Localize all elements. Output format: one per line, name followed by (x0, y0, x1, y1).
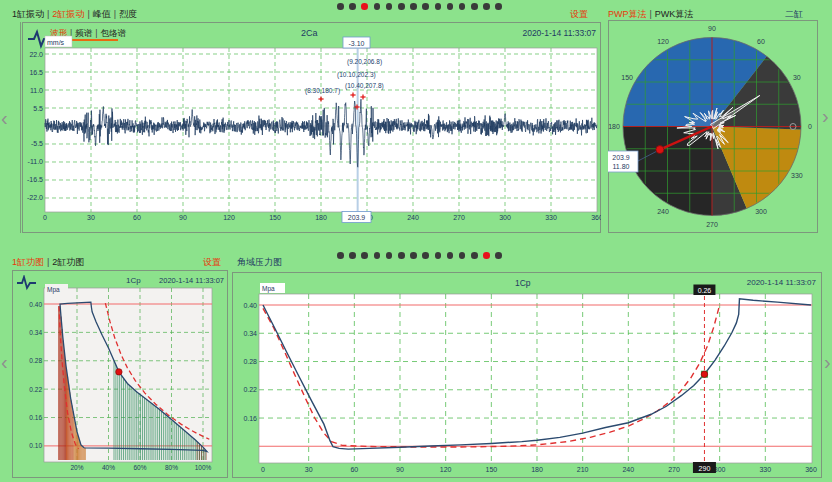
tab-cyl2-pv[interactable]: 2缸功图 (52, 257, 84, 267)
page-dot[interactable] (337, 252, 344, 259)
svg-text:60: 60 (350, 466, 358, 473)
svg-text:0.40: 0.40 (29, 301, 42, 308)
page-dot[interactable] (459, 252, 466, 259)
tab-cyl1-pv[interactable]: 1缸功图 (12, 257, 44, 267)
top-settings-button[interactable]: 设置 (570, 8, 588, 21)
svg-text:0.28: 0.28 (29, 357, 42, 364)
svg-text:22.0: 22.0 (29, 51, 43, 58)
waveform-chart[interactable]: 22.016.511.05.5-5.5-11.0-16.5-22.0030609… (22, 22, 601, 233)
collapse-left-arrow[interactable]: ‹ (1, 108, 8, 128)
tab-peak[interactable]: 峰值 (93, 9, 111, 19)
svg-text:mm/s: mm/s (47, 39, 65, 46)
page-dot[interactable] (495, 252, 502, 259)
tab-cyl1-vibration[interactable]: 1缸振动 (12, 9, 44, 19)
pv-chart[interactable]: 20%40%60%80%100%0.400.340.280.220.160.10… (12, 270, 228, 478)
top-page-dots[interactable] (337, 3, 502, 10)
svg-text:Mpa: Mpa (47, 286, 60, 294)
page-dot[interactable] (361, 252, 368, 259)
svg-text:0.34: 0.34 (29, 329, 42, 336)
page-dot[interactable] (398, 252, 405, 259)
page-dot[interactable] (471, 252, 478, 259)
svg-text:150: 150 (269, 214, 281, 221)
angular-cursor-dot (701, 371, 707, 377)
svg-text:203.9: 203.9 (612, 154, 630, 161)
page-dot-active[interactable] (361, 3, 368, 10)
page-dot[interactable] (447, 3, 454, 10)
svg-text:-3.10: -3.10 (349, 40, 365, 47)
svg-text:0.10: 0.10 (29, 442, 42, 449)
top-tab-bar: 1缸振动|2缸振动|峰值|烈度 (12, 8, 137, 21)
page-dot[interactable] (349, 3, 356, 10)
collapse-left-arrow-bottom[interactable]: ‹ (1, 352, 8, 372)
svg-text:0.16: 0.16 (29, 414, 42, 421)
svg-text:16.5: 16.5 (29, 69, 43, 76)
svg-text:(10.10,202.3): (10.10,202.3) (337, 71, 376, 79)
svg-text:290: 290 (699, 465, 711, 472)
page-dot[interactable] (447, 252, 454, 259)
svg-text:330: 330 (791, 172, 803, 179)
page-dot[interactable] (483, 3, 490, 10)
page-dot[interactable] (471, 3, 478, 10)
svg-text:360: 360 (805, 466, 817, 473)
svg-text:240: 240 (622, 466, 634, 473)
page-dot[interactable] (386, 252, 393, 259)
page-dot[interactable] (422, 3, 429, 10)
svg-text:0.34: 0.34 (243, 330, 257, 337)
svg-text:Mpa: Mpa (262, 285, 275, 293)
page-dot[interactable] (422, 252, 429, 259)
svg-text:-22.0: -22.0 (27, 194, 43, 201)
page-dot[interactable] (398, 3, 405, 10)
svg-text:-16.5: -16.5 (27, 176, 43, 183)
bottom-page-dots[interactable] (337, 252, 502, 259)
page-dot-active[interactable] (483, 252, 490, 259)
svg-text:90: 90 (396, 466, 404, 473)
svg-text:180: 180 (531, 466, 543, 473)
svg-text:40%: 40% (102, 464, 115, 471)
page-dot[interactable] (386, 3, 393, 10)
svg-text:30: 30 (793, 74, 801, 81)
tab-severity[interactable]: 烈度 (119, 9, 137, 19)
page-dot[interactable] (337, 3, 344, 10)
svg-text:(8.30,180.7): (8.30,180.7) (305, 87, 340, 95)
left-splitter[interactable] (20, 22, 21, 233)
tab-pwp-algorithm[interactable]: PWP算法 (608, 9, 647, 19)
svg-text:30: 30 (87, 214, 95, 221)
svg-text:20%: 20% (70, 464, 83, 471)
page-dot[interactable] (410, 252, 417, 259)
svg-text:203.9: 203.9 (348, 214, 366, 221)
svg-text:120: 120 (440, 466, 452, 473)
svg-text:150: 150 (621, 74, 633, 81)
page-dot[interactable] (435, 3, 442, 10)
svg-text:30: 30 (305, 466, 313, 473)
tab-pwk-algorithm[interactable]: PWK算法 (655, 9, 694, 19)
svg-text:180: 180 (608, 123, 620, 130)
page-dot[interactable] (349, 252, 356, 259)
svg-text:240: 240 (657, 208, 669, 215)
angular-pressure-chart[interactable]: 03060901201501802102402703003303600.400.… (232, 272, 822, 478)
svg-text:11.0: 11.0 (30, 87, 43, 94)
page-dot[interactable] (374, 3, 381, 10)
bottom-tab-bar: 1缸功图|2缸功图 (12, 256, 84, 269)
tab-angular-pressure[interactable]: 角域压力图 (237, 256, 282, 269)
svg-text:0: 0 (261, 466, 265, 473)
page-dot[interactable] (374, 252, 381, 259)
tab-cyl2-vibration[interactable]: 2缸振动 (52, 9, 84, 19)
collapse-right-arrow-bottom[interactable]: › (824, 352, 831, 372)
bottom-settings-button[interactable]: 设置 (203, 256, 221, 269)
svg-text:270: 270 (668, 466, 680, 473)
svg-text:210: 210 (577, 466, 589, 473)
svg-text:100%: 100% (195, 464, 212, 471)
svg-text:90: 90 (708, 25, 716, 32)
page-dot[interactable] (435, 252, 442, 259)
collapse-right-arrow[interactable]: › (822, 106, 829, 126)
page-dot[interactable] (410, 3, 417, 10)
page-dot[interactable] (495, 3, 502, 10)
page-dot[interactable] (459, 3, 466, 10)
svg-text:0.22: 0.22 (243, 386, 257, 393)
svg-text:0.28: 0.28 (243, 358, 257, 365)
svg-text:0.22: 0.22 (29, 386, 42, 393)
polar-rose-chart[interactable]: 0306090120150180240270300330203.911.80 (608, 20, 818, 233)
svg-text:-5.5: -5.5 (31, 140, 43, 147)
pv-cursor-dot (116, 369, 122, 375)
vibration-monitor-app: 1缸振动|2缸振动|峰值|烈度 设置 PWP算法|PWK算法 二缸 ‹ › 波形… (0, 0, 832, 482)
